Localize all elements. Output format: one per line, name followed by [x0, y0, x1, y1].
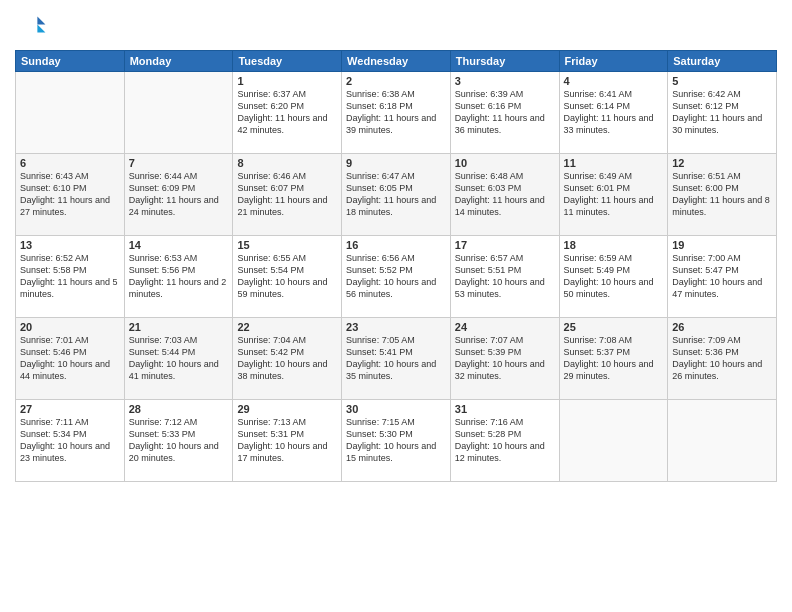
day-number: 23 [346, 321, 446, 333]
weekday-header-sunday: Sunday [16, 51, 125, 72]
calendar-cell: 4 Sunrise: 6:41 AMSunset: 6:14 PMDayligh… [559, 72, 668, 154]
day-info: Sunrise: 6:47 AMSunset: 6:05 PMDaylight:… [346, 170, 446, 219]
day-number: 17 [455, 239, 555, 251]
day-info: Sunrise: 7:07 AMSunset: 5:39 PMDaylight:… [455, 334, 555, 383]
day-number: 25 [564, 321, 664, 333]
weekday-header-row: SundayMondayTuesdayWednesdayThursdayFrid… [16, 51, 777, 72]
day-number: 2 [346, 75, 446, 87]
svg-marker-0 [37, 16, 45, 24]
day-info: Sunrise: 6:53 AMSunset: 5:56 PMDaylight:… [129, 252, 229, 301]
day-info: Sunrise: 6:57 AMSunset: 5:51 PMDaylight:… [455, 252, 555, 301]
day-number: 20 [20, 321, 120, 333]
calendar-cell: 21 Sunrise: 7:03 AMSunset: 5:44 PMDaylig… [124, 318, 233, 400]
calendar-cell: 28 Sunrise: 7:12 AMSunset: 5:33 PMDaylig… [124, 400, 233, 482]
day-number: 21 [129, 321, 229, 333]
calendar-cell: 26 Sunrise: 7:09 AMSunset: 5:36 PMDaylig… [668, 318, 777, 400]
day-info: Sunrise: 6:44 AMSunset: 6:09 PMDaylight:… [129, 170, 229, 219]
calendar-cell: 7 Sunrise: 6:44 AMSunset: 6:09 PMDayligh… [124, 154, 233, 236]
day-info: Sunrise: 6:41 AMSunset: 6:14 PMDaylight:… [564, 88, 664, 137]
day-info: Sunrise: 7:03 AMSunset: 5:44 PMDaylight:… [129, 334, 229, 383]
day-info: Sunrise: 7:12 AMSunset: 5:33 PMDaylight:… [129, 416, 229, 465]
day-info: Sunrise: 7:04 AMSunset: 5:42 PMDaylight:… [237, 334, 337, 383]
week-row-5: 27 Sunrise: 7:11 AMSunset: 5:34 PMDaylig… [16, 400, 777, 482]
calendar-cell: 20 Sunrise: 7:01 AMSunset: 5:46 PMDaylig… [16, 318, 125, 400]
calendar-cell: 10 Sunrise: 6:48 AMSunset: 6:03 PMDaylig… [450, 154, 559, 236]
calendar-cell: 6 Sunrise: 6:43 AMSunset: 6:10 PMDayligh… [16, 154, 125, 236]
day-number: 6 [20, 157, 120, 169]
weekday-header-tuesday: Tuesday [233, 51, 342, 72]
calendar-cell: 13 Sunrise: 6:52 AMSunset: 5:58 PMDaylig… [16, 236, 125, 318]
calendar-cell: 2 Sunrise: 6:38 AMSunset: 6:18 PMDayligh… [342, 72, 451, 154]
day-number: 27 [20, 403, 120, 415]
calendar-cell: 5 Sunrise: 6:42 AMSunset: 6:12 PMDayligh… [668, 72, 777, 154]
svg-marker-1 [37, 24, 45, 32]
day-number: 16 [346, 239, 446, 251]
calendar-cell: 29 Sunrise: 7:13 AMSunset: 5:31 PMDaylig… [233, 400, 342, 482]
calendar-cell: 3 Sunrise: 6:39 AMSunset: 6:16 PMDayligh… [450, 72, 559, 154]
week-row-2: 6 Sunrise: 6:43 AMSunset: 6:10 PMDayligh… [16, 154, 777, 236]
day-number: 7 [129, 157, 229, 169]
day-number: 9 [346, 157, 446, 169]
week-row-1: 1 Sunrise: 6:37 AMSunset: 6:20 PMDayligh… [16, 72, 777, 154]
calendar-cell: 15 Sunrise: 6:55 AMSunset: 5:54 PMDaylig… [233, 236, 342, 318]
day-number: 8 [237, 157, 337, 169]
calendar-cell: 1 Sunrise: 6:37 AMSunset: 6:20 PMDayligh… [233, 72, 342, 154]
day-info: Sunrise: 6:38 AMSunset: 6:18 PMDaylight:… [346, 88, 446, 137]
calendar-cell: 24 Sunrise: 7:07 AMSunset: 5:39 PMDaylig… [450, 318, 559, 400]
day-info: Sunrise: 6:46 AMSunset: 6:07 PMDaylight:… [237, 170, 337, 219]
day-number: 10 [455, 157, 555, 169]
day-number: 13 [20, 239, 120, 251]
calendar-cell: 31 Sunrise: 7:16 AMSunset: 5:28 PMDaylig… [450, 400, 559, 482]
calendar-cell: 14 Sunrise: 6:53 AMSunset: 5:56 PMDaylig… [124, 236, 233, 318]
day-number: 14 [129, 239, 229, 251]
weekday-header-thursday: Thursday [450, 51, 559, 72]
day-number: 31 [455, 403, 555, 415]
weekday-header-monday: Monday [124, 51, 233, 72]
calendar-cell: 25 Sunrise: 7:08 AMSunset: 5:37 PMDaylig… [559, 318, 668, 400]
day-info: Sunrise: 7:15 AMSunset: 5:30 PMDaylight:… [346, 416, 446, 465]
day-info: Sunrise: 6:52 AMSunset: 5:58 PMDaylight:… [20, 252, 120, 301]
calendar-cell: 9 Sunrise: 6:47 AMSunset: 6:05 PMDayligh… [342, 154, 451, 236]
week-row-4: 20 Sunrise: 7:01 AMSunset: 5:46 PMDaylig… [16, 318, 777, 400]
page: SundayMondayTuesdayWednesdayThursdayFrid… [0, 0, 792, 612]
calendar-cell: 19 Sunrise: 7:00 AMSunset: 5:47 PMDaylig… [668, 236, 777, 318]
day-info: Sunrise: 6:37 AMSunset: 6:20 PMDaylight:… [237, 88, 337, 137]
calendar: SundayMondayTuesdayWednesdayThursdayFrid… [15, 50, 777, 482]
day-info: Sunrise: 7:00 AMSunset: 5:47 PMDaylight:… [672, 252, 772, 301]
calendar-cell: 18 Sunrise: 6:59 AMSunset: 5:49 PMDaylig… [559, 236, 668, 318]
calendar-cell: 8 Sunrise: 6:46 AMSunset: 6:07 PMDayligh… [233, 154, 342, 236]
day-info: Sunrise: 7:05 AMSunset: 5:41 PMDaylight:… [346, 334, 446, 383]
day-info: Sunrise: 6:59 AMSunset: 5:49 PMDaylight:… [564, 252, 664, 301]
day-info: Sunrise: 6:42 AMSunset: 6:12 PMDaylight:… [672, 88, 772, 137]
day-number: 3 [455, 75, 555, 87]
calendar-cell [16, 72, 125, 154]
day-number: 4 [564, 75, 664, 87]
logo [15, 10, 51, 42]
header [15, 10, 777, 42]
calendar-cell [668, 400, 777, 482]
calendar-cell: 17 Sunrise: 6:57 AMSunset: 5:51 PMDaylig… [450, 236, 559, 318]
day-number: 18 [564, 239, 664, 251]
calendar-cell: 22 Sunrise: 7:04 AMSunset: 5:42 PMDaylig… [233, 318, 342, 400]
day-number: 24 [455, 321, 555, 333]
calendar-cell: 27 Sunrise: 7:11 AMSunset: 5:34 PMDaylig… [16, 400, 125, 482]
day-info: Sunrise: 7:13 AMSunset: 5:31 PMDaylight:… [237, 416, 337, 465]
day-info: Sunrise: 6:55 AMSunset: 5:54 PMDaylight:… [237, 252, 337, 301]
week-row-3: 13 Sunrise: 6:52 AMSunset: 5:58 PMDaylig… [16, 236, 777, 318]
weekday-header-saturday: Saturday [668, 51, 777, 72]
calendar-cell: 11 Sunrise: 6:49 AMSunset: 6:01 PMDaylig… [559, 154, 668, 236]
day-info: Sunrise: 7:01 AMSunset: 5:46 PMDaylight:… [20, 334, 120, 383]
day-info: Sunrise: 7:11 AMSunset: 5:34 PMDaylight:… [20, 416, 120, 465]
day-number: 1 [237, 75, 337, 87]
calendar-cell [559, 400, 668, 482]
day-info: Sunrise: 7:16 AMSunset: 5:28 PMDaylight:… [455, 416, 555, 465]
day-info: Sunrise: 6:39 AMSunset: 6:16 PMDaylight:… [455, 88, 555, 137]
day-number: 12 [672, 157, 772, 169]
day-info: Sunrise: 6:48 AMSunset: 6:03 PMDaylight:… [455, 170, 555, 219]
calendar-cell: 12 Sunrise: 6:51 AMSunset: 6:00 PMDaylig… [668, 154, 777, 236]
day-info: Sunrise: 7:08 AMSunset: 5:37 PMDaylight:… [564, 334, 664, 383]
day-info: Sunrise: 6:49 AMSunset: 6:01 PMDaylight:… [564, 170, 664, 219]
day-number: 22 [237, 321, 337, 333]
day-info: Sunrise: 7:09 AMSunset: 5:36 PMDaylight:… [672, 334, 772, 383]
day-info: Sunrise: 6:43 AMSunset: 6:10 PMDaylight:… [20, 170, 120, 219]
